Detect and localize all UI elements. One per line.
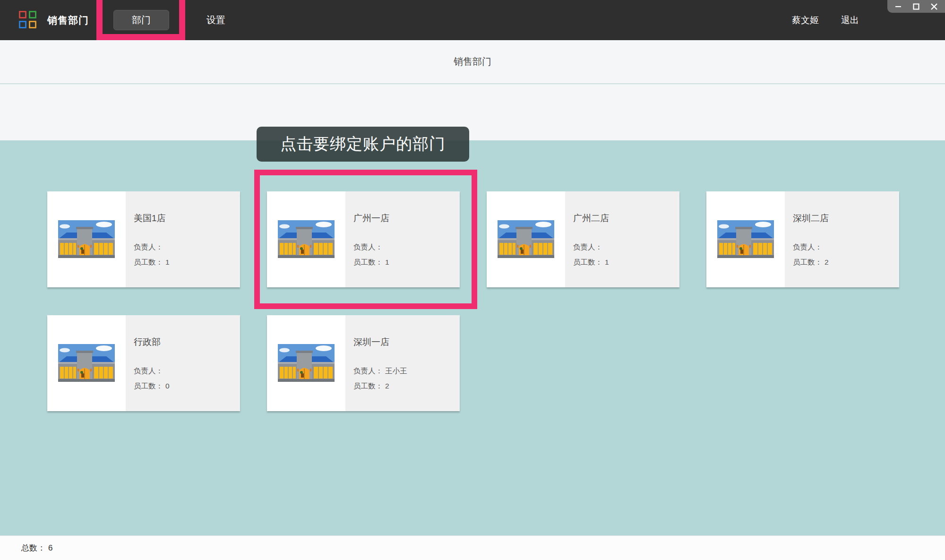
staff-value: 2: [825, 258, 829, 266]
department-manager-row: 负责人：: [134, 242, 165, 252]
department-manager-row: 负责人：: [793, 242, 825, 252]
tab-departments[interactable]: 部门: [113, 10, 169, 30]
department-staff-row: 员工数：0: [134, 381, 170, 391]
logout-button[interactable]: 退出: [841, 0, 859, 40]
manager-value: 王小王: [385, 367, 407, 375]
maximize-button[interactable]: [909, 0, 923, 13]
storefront-image: [58, 344, 115, 382]
staff-label: 员工数：: [353, 258, 383, 266]
department-manager-row: 负责人：: [573, 242, 605, 252]
app-title: 销售部门: [47, 0, 89, 40]
department-staff-row: 员工数：2: [793, 258, 829, 267]
window-controls: [887, 0, 945, 13]
department-card-5[interactable]: 行政部 负责人： 员工数：0: [47, 315, 240, 411]
tab-settings[interactable]: 设置: [206, 0, 225, 40]
staff-value: 1: [165, 258, 170, 266]
manager-label: 负责人：: [793, 243, 822, 251]
department-photo-panel: [706, 191, 785, 287]
department-manager-row: 负责人：王小王: [353, 366, 407, 376]
department-card-2[interactable]: 广州一店 负责人： 员工数：1: [267, 191, 460, 287]
department-photo-panel: [47, 315, 126, 411]
staff-label: 员工数：: [573, 258, 602, 266]
department-staff-row: 员工数：1: [353, 258, 389, 267]
manager-label: 负责人：: [353, 243, 383, 251]
department-name: 广州二店: [573, 212, 609, 224]
department-photo-panel: [47, 191, 126, 287]
department-staff-row: 员工数：1: [573, 258, 609, 267]
top-bar: 销售部门 部门 设置 蔡文姬 退出: [0, 0, 945, 40]
annotation-tooltip: 点击要绑定账户的部门: [257, 127, 469, 162]
maximize-icon: [913, 3, 919, 10]
staff-label: 员工数：: [793, 258, 822, 266]
staff-value: 0: [165, 382, 170, 390]
department-name: 深圳二店: [793, 212, 829, 224]
manager-label: 负责人：: [134, 243, 163, 251]
department-card-3[interactable]: 广州二店 负责人： 员工数：1: [487, 191, 679, 287]
department-name: 行政部: [134, 336, 161, 348]
department-name: 广州一店: [353, 212, 389, 224]
department-staff-row: 员工数：1: [134, 258, 170, 267]
app-logo-icon: [19, 11, 37, 29]
department-photo-panel: [267, 315, 345, 411]
department-photo-panel: [487, 191, 565, 287]
department-manager-row: 负责人：: [134, 366, 165, 376]
staff-label: 员工数：: [134, 382, 163, 390]
manager-label: 负责人：: [573, 243, 602, 251]
staff-label: 员工数：: [353, 382, 383, 390]
status-bar: 总数： 6: [0, 535, 945, 560]
storefront-image: [278, 344, 335, 382]
staff-value: 1: [605, 258, 609, 266]
department-photo-panel: [267, 191, 345, 287]
department-card-4[interactable]: 深圳二店 负责人： 员工数：2: [706, 191, 899, 287]
minimize-icon: [895, 3, 902, 10]
department-staff-row: 员工数：2: [353, 381, 389, 391]
toolbar: 刷新 新建 更多: [0, 84, 945, 140]
department-name: 美国1店: [134, 212, 166, 224]
total-label: 总数：: [21, 543, 45, 553]
department-card-6[interactable]: 深圳一店 负责人：王小王 员工数：2: [267, 315, 460, 411]
storefront-image: [717, 220, 774, 258]
total-value: 6: [48, 543, 52, 553]
storefront-image: [278, 220, 335, 258]
storefront-image: [58, 220, 115, 258]
department-name: 深圳一店: [353, 336, 389, 348]
staff-value: 1: [385, 258, 389, 266]
staff-label: 员工数：: [134, 258, 163, 266]
staff-value: 2: [385, 382, 389, 390]
user-name[interactable]: 蔡文姬: [792, 0, 819, 40]
manager-label: 负责人：: [134, 367, 163, 375]
page-header: 销售部门: [0, 40, 945, 84]
manager-label: 负责人：: [353, 367, 383, 375]
department-manager-row: 负责人：: [353, 242, 385, 252]
close-icon: [931, 3, 937, 10]
page-title: 销售部门: [454, 55, 491, 68]
minimize-button[interactable]: [891, 0, 905, 13]
department-card-1[interactable]: 美国1店 负责人： 员工数：1: [47, 191, 240, 287]
storefront-image: [498, 220, 554, 258]
close-button[interactable]: [927, 0, 941, 13]
